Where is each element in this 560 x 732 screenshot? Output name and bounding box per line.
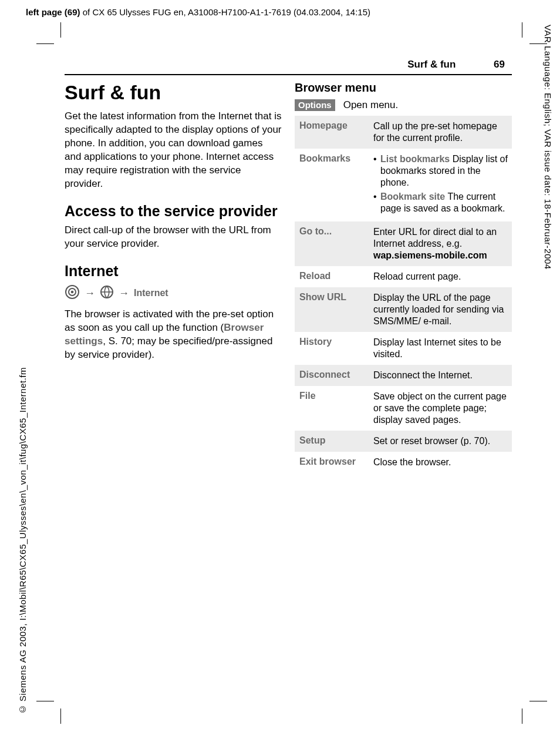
running-page-number: 69: [494, 59, 505, 70]
bold-text: wap.siemens-mobile.com: [373, 250, 487, 260]
two-column-layout: Surf & fun Get the latest information fr…: [65, 81, 512, 473]
header-rule: [65, 74, 512, 75]
table-row: Homepage Call up the pre-set homepage fo…: [295, 116, 512, 149]
page-title: Surf & fun: [65, 81, 282, 104]
heading-internet: Internet: [65, 263, 282, 280]
table-row: Reload Reload current page.: [295, 266, 512, 287]
table-row: Setup Set or reset browser (p. 70).: [295, 431, 512, 452]
crop-mark: [60, 22, 61, 38]
running-head: Surf & fun 69: [65, 59, 512, 70]
menu-label: Setup: [299, 435, 367, 447]
paragraph-internet: The browser is activated with the pre-se…: [65, 308, 282, 362]
lead: List bookmarks: [380, 154, 450, 164]
page-content: Surf & fun 69 Surf & fun Get the latest …: [65, 59, 512, 473]
doc-source-prefix: left page (69): [26, 7, 80, 17]
table-row: Go to... Enter URL for direct dial to an…: [295, 221, 512, 266]
arrow-icon: →: [85, 287, 95, 300]
crop-mark: [36, 701, 54, 701]
doc-source-header: left page (69) of CX 65 Ulysses FUG en, …: [26, 7, 370, 17]
menu-desc: Disconnect the Internet.: [373, 370, 508, 381]
right-margin-note: VAR Language: English; VAR issue date: 1…: [543, 25, 553, 270]
list-item: Bookmark site The current page is saved …: [373, 191, 508, 214]
menu-desc: Save object on the current page or save …: [373, 391, 508, 426]
nav-path: → → Internet: [65, 284, 282, 302]
menu-desc: Call up the pre-set homepage for the cur…: [373, 120, 508, 144]
doc-source-rest: of CX 65 Ulysses FUG en, A31008-H7100-A1…: [80, 7, 370, 17]
menu-desc: Enter URL for direct dial to an Internet…: [373, 226, 508, 261]
heading-access-provider: Access to the service provider: [65, 203, 282, 220]
menu-label: History: [299, 337, 367, 360]
crop-mark: [36, 43, 54, 44]
left-column: Surf & fun Get the latest information fr…: [65, 81, 282, 473]
table-row: Show URL Display the URL of the page cur…: [295, 287, 512, 332]
options-description: Open menu.: [343, 99, 399, 111]
table-row: File Save object on the current page or …: [295, 386, 512, 431]
crop-mark: [522, 22, 522, 38]
menu-label: Homepage: [299, 120, 367, 144]
left-margin-note: © Siemens AG 2003, I:\Mobil\R65\CX65_Uly…: [18, 367, 28, 714]
menu-label: Disconnect: [299, 370, 367, 381]
options-softkey-badge: Options: [295, 99, 335, 111]
menu-label: Bookmarks: [299, 153, 367, 217]
menu-desc: Display the URL of the page currently lo…: [373, 292, 508, 327]
running-section: Surf & fun: [407, 59, 456, 70]
menu-desc: Set or reset browser (p. 70).: [373, 435, 508, 447]
menu-desc: Reload current page.: [373, 271, 508, 283]
target-icon: [65, 284, 80, 302]
table-row: Bookmarks List bookmarks Display list of…: [295, 149, 512, 221]
intro-paragraph: Get the latest information from the Inte…: [65, 110, 282, 191]
browser-menu-table: Homepage Call up the pre-set homepage fo…: [295, 116, 512, 473]
globe-icon: [100, 285, 114, 301]
options-row: Options Open menu.: [295, 99, 512, 111]
crop-mark: [529, 701, 547, 701]
arrow-icon: →: [119, 287, 129, 300]
menu-label: File: [299, 391, 367, 426]
heading-browser-menu: Browser menu: [295, 81, 512, 95]
table-row: Exit browser Close the browser.: [295, 452, 512, 473]
table-row: Disconnect Disconnect the Internet.: [295, 365, 512, 386]
menu-desc: Display last Internet sites to be visite…: [373, 337, 508, 360]
menu-desc: Close the browser.: [373, 456, 508, 468]
svg-point-2: [71, 291, 74, 294]
lead: Bookmark site: [380, 192, 445, 202]
list-item: List bookmarks Display list of bookmarks…: [373, 153, 508, 189]
right-column: Browser menu Options Open menu. Homepage…: [295, 81, 512, 473]
crop-mark: [60, 709, 61, 724]
table-row: History Display last Internet sites to b…: [295, 332, 512, 365]
menu-label: Show URL: [299, 292, 367, 327]
menu-label: Go to...: [299, 226, 367, 261]
crop-mark: [522, 709, 522, 724]
crop-mark: [529, 43, 547, 44]
paragraph-access-provider: Direct call-up of the browser with the U…: [65, 224, 282, 251]
menu-label: Exit browser: [299, 456, 367, 468]
text: Enter URL for direct dial to an Internet…: [373, 227, 497, 249]
nav-label-internet: Internet: [134, 288, 168, 298]
menu-label: Reload: [299, 271, 367, 283]
menu-desc: List bookmarks Display list of bookmarks…: [373, 153, 508, 217]
